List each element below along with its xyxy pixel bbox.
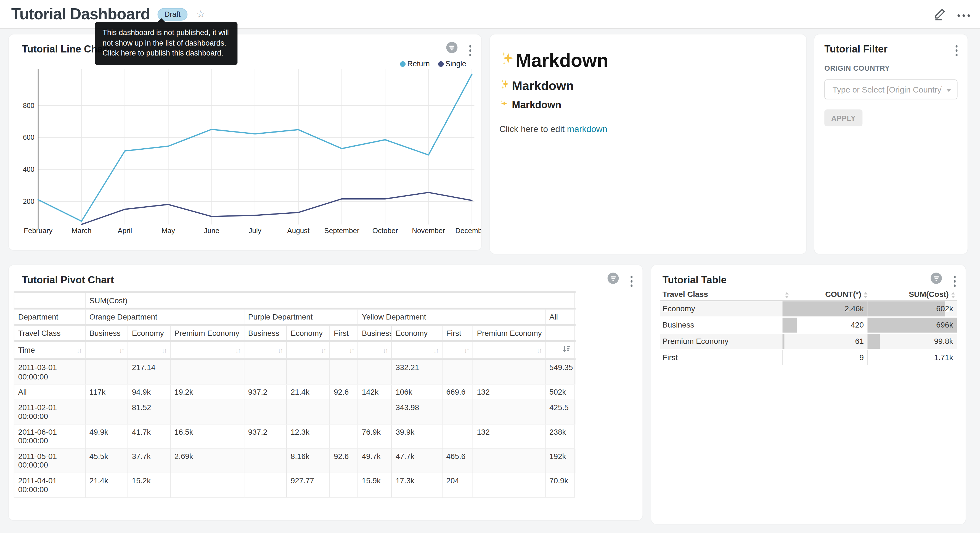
pivot-all-header: All <box>546 310 575 324</box>
pivot-value-cell: 132 <box>473 385 546 400</box>
favorite-star-icon[interactable]: ☆ <box>196 9 205 19</box>
sparkles-icon <box>500 99 508 111</box>
sort-icon[interactable] <box>864 292 868 298</box>
table-row[interactable]: First91.71k <box>660 350 957 367</box>
apply-button[interactable]: APPLY <box>824 109 863 126</box>
sum-cell: 696k <box>867 321 953 329</box>
pivot-value-cell <box>442 424 473 448</box>
pivot-sort-cell: ↓↑ <box>330 342 358 358</box>
pivot-data-row: 2011-05-01 00:00:0045.5k37.7k2.69k8.16k9… <box>14 448 576 473</box>
tooltip-text: This dashboard is not published, it will… <box>102 28 229 57</box>
pivot-value-cell: 465.6 <box>442 448 473 473</box>
markdown-paragraph: Click here to edit markdown <box>500 124 607 134</box>
pivot-value-cell: 21.4k <box>287 385 330 400</box>
pivot-department-header: Yellow Department <box>358 310 546 324</box>
line-chart-plot[interactable]: 200400600800FebruaryMarchAprilMayJuneJul… <box>9 35 482 250</box>
filter-field-label: ORIGIN COUNTRY <box>824 64 890 72</box>
column-header-sum-cost[interactable]: SUM(Cost) <box>867 290 948 299</box>
pivot-value-cell: 15.9k <box>358 473 392 497</box>
pivot-time-label: Time↓↑ <box>14 342 86 358</box>
sort-descending-icon[interactable] <box>563 345 571 355</box>
pivot-value-cell: 204 <box>442 473 473 497</box>
sort-icon[interactable]: ↓↑ <box>349 346 354 354</box>
table-row[interactable]: Business420696k <box>660 318 957 334</box>
travel-class-cell: Premium Economy <box>663 337 729 346</box>
pivot-value-cell <box>287 360 330 385</box>
sort-icon[interactable]: ↓↑ <box>76 346 81 354</box>
sort-icon[interactable]: ↓↑ <box>119 346 124 354</box>
pivot-value-cell <box>330 400 358 424</box>
sparkles-icon <box>500 79 511 93</box>
sort-icon[interactable]: ↓↑ <box>321 346 326 354</box>
pivot-value-cell: 92.6 <box>330 448 358 473</box>
pivot-row-key: 2011-06-01 00:00:00 <box>14 424 86 448</box>
pivot-row-key: All <box>14 385 86 400</box>
pivot-time-row: Time↓↑↓↑↓↑↓↑↓↑↓↑↓↑↓↑↓↑↓↑↓↑ <box>14 342 576 358</box>
sparkles-icon <box>500 50 515 71</box>
kebab-menu-icon[interactable] <box>629 274 634 288</box>
sum-cell: 99.8k <box>867 337 953 346</box>
table-row[interactable]: Economy2.46k602k <box>660 301 957 318</box>
pivot-class-header: Business <box>244 326 287 340</box>
column-header-count[interactable]: COUNT(*) <box>783 290 861 299</box>
x-axis-tick-label: May <box>161 227 175 235</box>
row-separator <box>14 324 576 326</box>
sort-icon[interactable]: ↓↑ <box>383 346 388 354</box>
filter-card-title: Tutorial Filter <box>824 44 888 55</box>
more-actions-icon[interactable] <box>957 14 970 17</box>
pivot-value-cell <box>86 360 128 385</box>
edit-dashboard-icon[interactable] <box>934 8 946 23</box>
row-separator <box>14 340 576 342</box>
sort-icon[interactable]: ↓↑ <box>235 346 240 354</box>
pivot-value-cell <box>330 424 358 448</box>
pivot-value-cell <box>170 473 244 497</box>
y-axis-tick-label: 800 <box>23 102 35 109</box>
filter-indicator-icon[interactable] <box>931 273 942 284</box>
table-header-row: Travel Class COUNT(*) SUM(Cost) <box>660 289 957 301</box>
count-cell: 9 <box>783 353 864 362</box>
pivot-value-cell: 17.3k <box>392 473 442 497</box>
pivot-value-cell: 47.7k <box>392 448 442 473</box>
sort-icon[interactable]: ↓↑ <box>433 346 438 354</box>
x-axis-tick-label: June <box>204 227 219 235</box>
pivot-row-key: 2011-05-01 00:00:00 <box>14 448 86 473</box>
markdown-link[interactable]: markdown <box>567 124 607 134</box>
publish-tooltip: This dashboard is not published, it will… <box>95 22 237 65</box>
sort-icon[interactable]: ↓↑ <box>464 346 469 354</box>
sort-icon[interactable]: ↓↑ <box>161 346 166 354</box>
pivot-value-cell: 142k <box>358 385 392 400</box>
sort-icon[interactable]: ↓↑ <box>278 346 282 354</box>
column-header-travel-class[interactable]: Travel Class <box>663 290 708 299</box>
pivot-value-cell <box>473 360 546 385</box>
kebab-menu-icon[interactable] <box>952 274 957 288</box>
pivot-value-cell: 549.35 <box>546 360 575 385</box>
sort-icon[interactable]: ↓↑ <box>537 346 541 354</box>
pivot-sort-cell-active <box>546 342 575 358</box>
x-axis-tick-label: March <box>72 227 91 235</box>
y-axis-tick-label: 400 <box>23 166 35 173</box>
select-placeholder: Type or Select [Origin Country] <box>833 85 942 94</box>
count-cell: 2.46k <box>783 305 864 313</box>
table-row[interactable]: Premium Economy6199.8k <box>660 334 957 350</box>
pivot-value-cell: 49.9k <box>86 424 128 448</box>
kebab-menu-icon[interactable] <box>954 44 959 57</box>
pivot-department-label: Department <box>14 310 86 324</box>
x-axis-tick-label: November <box>412 227 445 235</box>
pivot-value-cell: 21.4k <box>86 473 128 497</box>
markdown-h3: Markdown <box>500 99 561 111</box>
pivot-value-cell <box>244 473 287 497</box>
pivot-value-cell: 217.14 <box>128 360 170 385</box>
tooltip-arrow <box>158 18 165 22</box>
pivot-value-cell <box>170 360 244 385</box>
pivot-class-header: Business <box>358 326 392 340</box>
row-separator <box>14 358 576 360</box>
pivot-value-cell: 16.5k <box>170 424 244 448</box>
filter-indicator-icon[interactable] <box>608 273 619 284</box>
pivot-value-cell: 39.9k <box>392 424 442 448</box>
pivot-time-text: Time <box>18 346 35 354</box>
pivot-value-cell: 132 <box>473 424 546 448</box>
pivot-metric-header: SUM(Cost) <box>86 293 575 308</box>
y-axis-tick-label: 600 <box>23 133 35 141</box>
origin-country-select[interactable]: Type or Select [Origin Country] <box>824 80 957 99</box>
sort-icon[interactable] <box>951 292 955 298</box>
